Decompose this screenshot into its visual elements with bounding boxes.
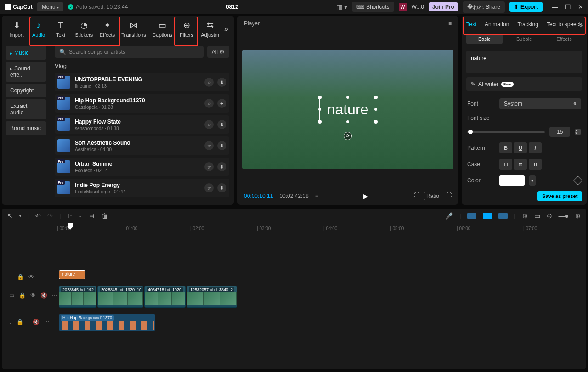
tab-tracking[interactable]: Tracking [517, 21, 538, 28]
share-button[interactable]: �われ Share [463, 1, 505, 13]
timeline-tracks[interactable]: | 00:00| 01:00| 02:00| 03:00| 04:00| 05:… [57, 223, 586, 369]
project-name[interactable]: 0812 [132, 4, 332, 10]
ratio-button[interactable]: Ratio [424, 192, 441, 200]
fullscreen-icon[interactable]: ⛶ [446, 192, 452, 200]
filter-button[interactable]: All ⚙ [207, 46, 229, 58]
video-clip[interactable]: 12582057-uhd_3840_2 [187, 286, 237, 308]
tool-captions[interactable]: ▭Captions [149, 18, 176, 39]
split-left-tool[interactable]: ⫞ [79, 212, 82, 220]
size-input[interactable]: 15 [549, 127, 570, 137]
favorite-icon[interactable]: ☆ [204, 183, 214, 192]
song-item[interactable]: Pro UNSTOPPABLE EVENING finetune · 02:13… [55, 73, 229, 91]
magnet-toggle-2[interactable] [483, 213, 492, 219]
resize-handle-tr[interactable] [374, 96, 378, 99]
tab-text-to-speech[interactable]: Text to speech [547, 21, 582, 28]
lowercase-button[interactable]: tt [514, 159, 527, 170]
minimize-button[interactable]: — [552, 3, 558, 11]
favorite-icon[interactable]: ☆ [204, 120, 214, 129]
tool-audio[interactable]: ♪Audio [28, 19, 50, 39]
delete-tool[interactable]: 🗑 [102, 212, 108, 220]
lock-icon[interactable]: 🔒 [17, 274, 24, 280]
color-swatch[interactable] [499, 175, 525, 186]
tool-text[interactable]: TText [50, 19, 72, 39]
save-preset-button[interactable]: Save as preset [537, 191, 582, 201]
scale-icon[interactable]: ⛶ [414, 192, 419, 200]
resize-handle-tl[interactable] [318, 96, 322, 99]
resize-handle-mr[interactable] [374, 108, 377, 111]
song-item[interactable]: Soft Aesthetic Sound Aesthetica · 04:00 … [55, 136, 229, 155]
color-dropdown[interactable]: ▾ [529, 175, 536, 186]
user-avatar[interactable]: W [399, 3, 407, 11]
resize-handle-ml[interactable] [318, 108, 321, 111]
add-icon[interactable]: + [217, 99, 226, 108]
tool-filters[interactable]: ⊕Filters [175, 18, 198, 39]
search-input[interactable]: 🔍 Search songs or artists [55, 46, 204, 58]
tool-import[interactable]: ⬇Import [6, 18, 28, 39]
zoom-out-icon[interactable]: ⊖ [547, 212, 552, 220]
maximize-button[interactable]: ☐ [565, 3, 571, 11]
preview-icon[interactable]: ▭ [534, 212, 540, 220]
italic-button[interactable]: I [529, 142, 542, 153]
tool-effects[interactable]: ✦Effects [96, 18, 118, 39]
split-tool[interactable]: ⊪ [67, 212, 73, 220]
sidebar-item-brandmusic[interactable]: Brand music [6, 121, 46, 135]
tab-text[interactable]: Text [466, 21, 476, 28]
lock-icon[interactable]: 🔒 [17, 319, 23, 325]
lock-icon[interactable]: 🔒 [19, 292, 26, 299]
download-icon[interactable]: ⬇ [217, 162, 226, 171]
size-stepper[interactable]: ▲▼ [575, 129, 581, 135]
tab-animation[interactable]: Animation [485, 21, 509, 28]
export-button[interactable]: ⬆ Export [509, 2, 543, 12]
menu-button[interactable]: Menu ▾ [37, 2, 63, 11]
text-clip[interactable]: nature [59, 270, 85, 279]
player-viewport[interactable]: nature ⟳ [237, 31, 458, 187]
font-select[interactable]: System ⇅ [499, 98, 581, 109]
visibility-icon[interactable]: 👁 [30, 292, 36, 299]
sidebar-item-extractaudio[interactable]: Extract audio [6, 99, 46, 119]
zoom-slider[interactable]: —● [559, 212, 569, 220]
mute-icon[interactable]: 🔇 [40, 292, 47, 299]
resize-handle-br[interactable] [374, 120, 378, 124]
resize-handle-bl[interactable] [318, 120, 322, 124]
more-icon[interactable]: ⋯ [44, 319, 50, 325]
shortcuts-button[interactable]: ⌨ Shortcuts [352, 2, 394, 12]
cursor-tool[interactable]: ↖ [7, 212, 13, 220]
close-button[interactable]: ✕ [578, 3, 583, 11]
download-icon[interactable]: ⬇ [217, 78, 226, 87]
download-icon[interactable]: ⬇ [217, 141, 226, 150]
more-tools-icon[interactable]: » [222, 25, 230, 33]
magnet-toggle-3[interactable] [498, 213, 508, 219]
song-item[interactable]: Pro Hip Hop Background11370 Cassiopeia ·… [55, 94, 229, 113]
text-input[interactable]: nature [466, 51, 582, 73]
sidebar-item-copyright[interactable]: Copyright [6, 84, 46, 97]
player-menu-icon[interactable]: ≡ [448, 20, 452, 27]
titlecase-button[interactable]: Tt [529, 159, 542, 170]
audio-clip[interactable]: Hip Hop Background11370 [59, 314, 155, 331]
size-slider[interactable] [467, 131, 545, 133]
video-track[interactable]: 2028845-hd_1922028845-hd_1920_104064718-… [57, 286, 586, 309]
audio-track[interactable]: Hip Hop Background11370 [57, 314, 586, 333]
split-right-tool[interactable]: ⫤ [89, 212, 95, 220]
text-track[interactable]: nature [57, 270, 586, 284]
song-item[interactable]: Pro Indie Pop Energy FiniteMusicForge · … [55, 179, 229, 197]
subtab-bubble[interactable]: Bubble [506, 34, 543, 44]
video-frame[interactable]: nature ⟳ [242, 50, 453, 169]
favorite-icon[interactable]: ☆ [204, 99, 214, 108]
resize-handle-bm[interactable] [346, 120, 349, 123]
cursor-dropdown[interactable]: ▾ [19, 214, 21, 218]
mic-icon[interactable]: 🎤 [445, 212, 453, 220]
mute-icon[interactable]: 🔇 [33, 319, 40, 325]
zoom-in-icon[interactable]: ⊕ [575, 212, 581, 220]
favorite-icon[interactable]: ☆ [204, 141, 214, 150]
text-overlay-box[interactable]: nature ⟳ [319, 97, 377, 122]
time-ruler[interactable]: | 00:00| 01:00| 02:00| 03:00| 04:00| 05:… [57, 223, 586, 236]
sidebar-item-soundeffe[interactable]: ▸Sound effe... [6, 62, 46, 82]
subtab-effects[interactable]: Effects [546, 34, 582, 44]
favorite-icon[interactable]: ☆ [204, 78, 214, 87]
video-clip[interactable]: 2028845-hd_1920_10 [97, 286, 143, 308]
magnet-toggle-1[interactable] [467, 213, 476, 219]
bold-button[interactable]: B [499, 142, 512, 153]
song-item[interactable]: Pro Happy Flow State senshomoods · 01:38… [55, 115, 229, 134]
uppercase-button[interactable]: TT [499, 159, 512, 170]
underline-button[interactable]: U [514, 142, 527, 153]
